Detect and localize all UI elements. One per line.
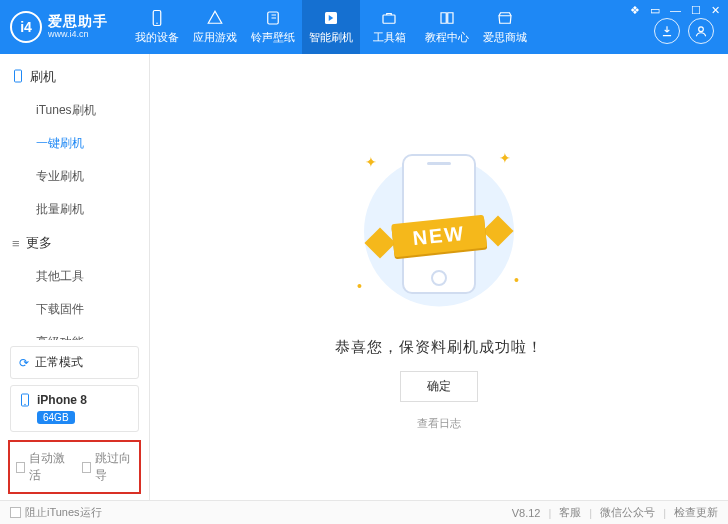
mode-indicator[interactable]: ⟳ 正常模式 xyxy=(10,346,139,379)
checkbox-label: 阻止iTunes运行 xyxy=(25,505,102,520)
main-content: ✦✦ •• NEW 恭喜您，保资料刷机成功啦！ 确定 查看日志 xyxy=(150,54,728,500)
device-name: iPhone 8 xyxy=(37,393,87,407)
user-button[interactable] xyxy=(688,18,714,44)
sidebar-item-pro-flash[interactable]: 专业刷机 xyxy=(0,160,149,193)
download-button[interactable] xyxy=(654,18,680,44)
app-logo: i4 爱思助手 www.i4.cn xyxy=(10,11,108,43)
window-controls: ❖ ▭ — ☐ ✕ xyxy=(628,4,722,17)
nav-label: 铃声壁纸 xyxy=(251,30,295,45)
success-title: 恭喜您，保资料刷机成功啦！ xyxy=(335,338,543,357)
nav-label: 智能刷机 xyxy=(309,30,353,45)
ringtone-icon xyxy=(264,9,282,27)
top-bar: i4 爱思助手 www.i4.cn 我的设备 应用游戏 铃声壁纸 智能刷机 工具… xyxy=(0,0,728,54)
sidebar-item-onekey-flash[interactable]: 一键刷机 xyxy=(0,127,149,160)
nav-label: 工具箱 xyxy=(373,30,406,45)
phone-icon xyxy=(19,393,31,407)
flash-icon xyxy=(322,9,340,27)
header-actions xyxy=(654,18,714,44)
svg-rect-6 xyxy=(15,70,22,82)
lock-button[interactable]: ▭ xyxy=(648,4,662,17)
sidebar-group-flash[interactable]: 刷机 xyxy=(0,60,149,94)
close-button[interactable]: ✕ xyxy=(709,4,722,17)
device-info[interactable]: iPhone 8 64GB xyxy=(10,385,139,432)
version-label: V8.12 xyxy=(512,507,541,519)
maximize-button[interactable]: ☐ xyxy=(689,4,703,17)
skin-button[interactable]: ❖ xyxy=(628,4,642,17)
nav-tutorial[interactable]: 教程中心 xyxy=(418,0,476,54)
phone-icon xyxy=(148,9,166,27)
download-icon xyxy=(660,24,674,38)
success-illustration: ✦✦ •• NEW xyxy=(339,124,539,324)
svg-point-1 xyxy=(156,23,158,25)
sidebar-group-label: 刷机 xyxy=(30,68,56,86)
logo-title: 爱思助手 xyxy=(48,14,108,29)
nav-label: 爱思商城 xyxy=(483,30,527,45)
svg-point-8 xyxy=(24,404,26,406)
sidebar-item-advanced[interactable]: 高级功能 xyxy=(0,326,149,340)
apps-icon xyxy=(206,9,224,27)
sidebar-item-download-firmware[interactable]: 下载固件 xyxy=(0,293,149,326)
skip-wizard-checkbox[interactable]: 跳过向导 xyxy=(82,450,134,484)
shop-icon xyxy=(496,9,514,27)
sidebar-group-label: 更多 xyxy=(26,234,52,252)
device-icon xyxy=(12,69,24,86)
checkbox-icon xyxy=(82,462,91,473)
status-bar: 阻止iTunes运行 V8.12 | 客服 | 微信公众号 | 检查更新 xyxy=(0,500,728,524)
list-icon: ≡ xyxy=(12,236,20,251)
auto-activate-checkbox[interactable]: 自动激活 xyxy=(16,450,68,484)
toolbox-icon xyxy=(380,9,398,27)
logo-badge: i4 xyxy=(10,11,42,43)
top-nav: 我的设备 应用游戏 铃声壁纸 智能刷机 工具箱 教程中心 爱思商城 xyxy=(128,0,534,54)
nav-label: 应用游戏 xyxy=(193,30,237,45)
sync-icon: ⟳ xyxy=(19,356,29,370)
checkbox-label: 自动激活 xyxy=(29,450,67,484)
nav-label: 我的设备 xyxy=(135,30,179,45)
block-itunes-checkbox[interactable]: 阻止iTunes运行 xyxy=(10,505,102,520)
options-highlight-box: 自动激活 跳过向导 xyxy=(8,440,141,494)
svg-point-5 xyxy=(699,27,704,32)
nav-tools[interactable]: 工具箱 xyxy=(360,0,418,54)
book-icon xyxy=(438,9,456,27)
mode-label: 正常模式 xyxy=(35,354,83,371)
sidebar-group-more[interactable]: ≡ 更多 xyxy=(0,226,149,260)
nav-ringtone[interactable]: 铃声壁纸 xyxy=(244,0,302,54)
sidebar: 刷机 iTunes刷机 一键刷机 专业刷机 批量刷机 ≡ 更多 其他工具 下载固… xyxy=(0,54,150,500)
support-link[interactable]: 客服 xyxy=(559,505,581,520)
view-log-link[interactable]: 查看日志 xyxy=(417,416,461,431)
checkbox-label: 跳过向导 xyxy=(95,450,133,484)
confirm-button[interactable]: 确定 xyxy=(400,371,478,402)
nav-label: 教程中心 xyxy=(425,30,469,45)
svg-rect-4 xyxy=(383,15,395,23)
nav-mall[interactable]: 爱思商城 xyxy=(476,0,534,54)
nav-device[interactable]: 我的设备 xyxy=(128,0,186,54)
nav-flash[interactable]: 智能刷机 xyxy=(302,0,360,54)
storage-badge: 64GB xyxy=(37,411,75,424)
check-update-link[interactable]: 检查更新 xyxy=(674,505,718,520)
wechat-link[interactable]: 微信公众号 xyxy=(600,505,655,520)
sidebar-item-itunes-flash[interactable]: iTunes刷机 xyxy=(0,94,149,127)
logo-url: www.i4.cn xyxy=(48,30,108,40)
checkbox-icon xyxy=(16,462,25,473)
checkbox-icon xyxy=(10,507,21,518)
sidebar-item-batch-flash[interactable]: 批量刷机 xyxy=(0,193,149,226)
minimize-button[interactable]: — xyxy=(668,4,683,17)
nav-apps[interactable]: 应用游戏 xyxy=(186,0,244,54)
sidebar-item-other-tools[interactable]: 其他工具 xyxy=(0,260,149,293)
user-icon xyxy=(694,24,708,38)
